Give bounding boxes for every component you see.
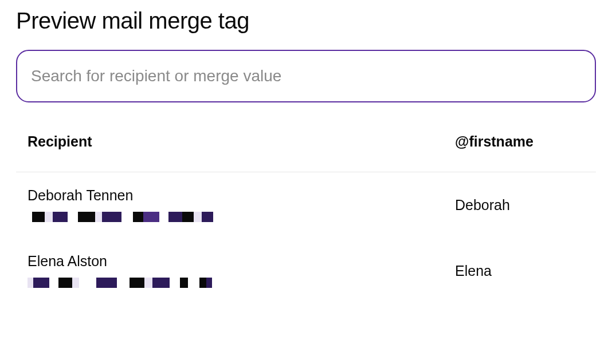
table-header: Recipient @firstname: [16, 133, 596, 172]
recipients-table: Recipient @firstname Deborah Tennen: [16, 133, 596, 304]
table-row: Elena Alston Elena: [16, 238, 596, 304]
search-container[interactable]: [16, 50, 596, 102]
recipient-name: Deborah Tennen: [28, 187, 455, 204]
search-input[interactable]: [31, 67, 581, 85]
firstname-value: Elena: [455, 263, 584, 279]
header-firstname: @firstname: [455, 133, 533, 149]
recipient-email-redacted: [28, 276, 245, 289]
page-title: Preview mail merge tag: [16, 8, 596, 34]
recipient-email-redacted: [28, 211, 245, 223]
header-recipient: Recipient: [28, 133, 92, 149]
firstname-value: Deborah: [455, 197, 584, 213]
recipient-name: Elena Alston: [28, 253, 455, 270]
table-row: Deborah Tennen Deborah: [16, 172, 596, 238]
